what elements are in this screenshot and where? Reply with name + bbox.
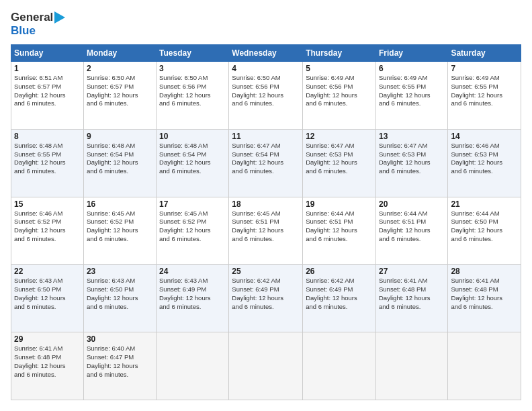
day-info: Sunrise: 6:41 AMSunset: 6:48 PMDaylight:… [379,277,431,310]
cell-week3-day4: 19 Sunrise: 6:44 AMSunset: 6:51 PMDaylig… [303,197,376,265]
cell-week3-day6: 21 Sunrise: 6:44 AMSunset: 6:50 PMDaylig… [448,197,521,265]
day-number: 27 [379,267,445,276]
header-tuesday: Tuesday [157,45,229,62]
day-number: 4 [232,64,300,73]
header-sunday: Sunday [11,45,84,62]
cell-week3-day0: 15 Sunrise: 6:46 AMSunset: 6:52 PMDaylig… [11,197,84,265]
day-info: Sunrise: 6:40 AMSunset: 6:47 PMDaylight:… [87,345,138,377]
day-info: Sunrise: 6:42 AMSunset: 6:49 PMDaylight:… [232,277,283,310]
cell-week2-day2: 10 Sunrise: 6:48 AMSunset: 6:54 PMDaylig… [157,129,229,197]
day-info: Sunrise: 6:48 AMSunset: 6:54 PMDaylight:… [159,142,211,175]
cell-week4-day6: 28 Sunrise: 6:41 AMSunset: 6:48 PMDaylig… [448,265,521,332]
day-info: Sunrise: 6:49 AMSunset: 6:56 PMDaylight:… [306,74,357,107]
day-info: Sunrise: 6:49 AMSunset: 6:55 PMDaylight:… [451,74,502,107]
cell-week1-day5: 6 Sunrise: 6:49 AMSunset: 6:55 PMDayligh… [375,62,447,130]
cell-week3-day1: 16 Sunrise: 6:45 AMSunset: 6:52 PMDaylig… [83,197,156,265]
day-info: Sunrise: 6:43 AMSunset: 6:49 PMDaylight:… [159,277,211,310]
week-row-5: 29 Sunrise: 6:41 AMSunset: 6:48 PMDaylig… [11,332,521,400]
cell-week1-day3: 4 Sunrise: 6:50 AMSunset: 6:56 PMDayligh… [229,62,303,130]
cell-week4-day1: 23 Sunrise: 6:43 AMSunset: 6:50 PMDaylig… [83,265,156,332]
day-number: 12 [306,132,373,141]
week-row-4: 22 Sunrise: 6:43 AMSunset: 6:50 PMDaylig… [11,265,521,332]
day-number: 11 [232,132,300,141]
day-info: Sunrise: 6:44 AMSunset: 6:51 PMDaylight:… [306,210,357,242]
day-info: Sunrise: 6:47 AMSunset: 6:53 PMDaylight:… [379,142,431,175]
day-number: 25 [232,267,300,276]
day-info: Sunrise: 6:44 AMSunset: 6:50 PMDaylight:… [451,210,502,242]
day-number: 17 [159,199,226,209]
day-info: Sunrise: 6:41 AMSunset: 6:48 PMDaylight:… [451,277,502,310]
day-number: 20 [379,199,445,209]
day-number: 3 [159,64,226,73]
day-info: Sunrise: 6:50 AMSunset: 6:57 PMDaylight:… [87,74,138,107]
cell-week4-day4: 26 Sunrise: 6:42 AMSunset: 6:49 PMDaylig… [303,265,376,332]
day-info: Sunrise: 6:50 AMSunset: 6:56 PMDaylight:… [159,74,211,107]
cell-week2-day3: 11 Sunrise: 6:47 AMSunset: 6:54 PMDaylig… [229,129,303,197]
week-row-2: 8 Sunrise: 6:48 AMSunset: 6:55 PMDayligh… [11,129,521,197]
day-number: 10 [159,132,226,141]
header-thursday: Thursday [303,45,376,62]
calendar-table: SundayMondayTuesdayWednesdayThursdayFrid… [11,44,521,400]
day-number: 15 [14,199,81,209]
day-number: 23 [87,267,153,276]
day-number: 8 [14,132,81,141]
day-number: 2 [87,64,153,73]
cell-week2-day5: 13 Sunrise: 6:47 AMSunset: 6:53 PMDaylig… [375,129,447,197]
day-number: 30 [87,334,153,344]
cell-week5-day2 [157,332,229,400]
cell-week4-day2: 24 Sunrise: 6:43 AMSunset: 6:49 PMDaylig… [157,265,229,332]
day-of-week-row: SundayMondayTuesdayWednesdayThursdayFrid… [11,45,521,62]
day-info: Sunrise: 6:45 AMSunset: 6:52 PMDaylight:… [159,210,211,242]
logo: General Blue [11,11,69,38]
header-wednesday: Wednesday [229,45,303,62]
day-number: 5 [306,64,373,73]
header-friday: Friday [375,45,447,62]
day-number: 19 [306,199,373,209]
cell-week1-day4: 5 Sunrise: 6:49 AMSunset: 6:56 PMDayligh… [303,62,376,130]
cell-week1-day0: 1 Sunrise: 6:51 AMSunset: 6:57 PMDayligh… [11,62,84,130]
day-info: Sunrise: 6:44 AMSunset: 6:51 PMDaylight:… [379,210,431,242]
cell-week4-day5: 27 Sunrise: 6:41 AMSunset: 6:48 PMDaylig… [375,265,447,332]
day-info: Sunrise: 6:45 AMSunset: 6:52 PMDaylight:… [87,210,138,242]
week-row-3: 15 Sunrise: 6:46 AMSunset: 6:52 PMDaylig… [11,197,521,265]
svg-marker-0 [54,11,65,24]
cell-week3-day5: 20 Sunrise: 6:44 AMSunset: 6:51 PMDaylig… [375,197,447,265]
day-info: Sunrise: 6:50 AMSunset: 6:56 PMDaylight:… [232,74,283,107]
logo-blue: Blue [11,24,36,38]
logo-general: General [11,11,53,24]
day-number: 18 [232,199,300,209]
header-monday: Monday [83,45,156,62]
day-info: Sunrise: 6:43 AMSunset: 6:50 PMDaylight:… [87,277,138,310]
day-number: 28 [451,267,518,276]
cell-week4-day3: 25 Sunrise: 6:42 AMSunset: 6:49 PMDaylig… [229,265,303,332]
cell-week1-day6: 7 Sunrise: 6:49 AMSunset: 6:55 PMDayligh… [448,62,521,130]
day-info: Sunrise: 6:41 AMSunset: 6:48 PMDaylight:… [14,345,66,377]
cell-week2-day4: 12 Sunrise: 6:47 AMSunset: 6:53 PMDaylig… [303,129,376,197]
cell-week5-day0: 29 Sunrise: 6:41 AMSunset: 6:48 PMDaylig… [11,332,84,400]
day-number: 26 [306,267,373,276]
cell-week1-day2: 3 Sunrise: 6:50 AMSunset: 6:56 PMDayligh… [157,62,229,130]
day-number: 29 [14,334,81,344]
day-info: Sunrise: 6:48 AMSunset: 6:55 PMDaylight:… [14,142,66,175]
day-number: 16 [87,199,153,209]
day-number: 21 [451,199,518,209]
cell-week5-day3 [229,332,303,400]
day-info: Sunrise: 6:49 AMSunset: 6:55 PMDaylight:… [379,74,431,107]
day-info: Sunrise: 6:43 AMSunset: 6:50 PMDaylight:… [14,277,66,310]
cell-week2-day0: 8 Sunrise: 6:48 AMSunset: 6:55 PMDayligh… [11,129,84,197]
day-info: Sunrise: 6:46 AMSunset: 6:53 PMDaylight:… [451,142,502,175]
day-number: 22 [14,267,81,276]
cell-week5-day5 [375,332,447,400]
cell-week3-day3: 18 Sunrise: 6:45 AMSunset: 6:51 PMDaylig… [229,197,303,265]
header-saturday: Saturday [448,45,521,62]
day-number: 24 [159,267,226,276]
day-number: 14 [451,132,518,141]
cell-week5-day4 [303,332,376,400]
cell-week2-day1: 9 Sunrise: 6:48 AMSunset: 6:54 PMDayligh… [83,129,156,197]
cell-week3-day2: 17 Sunrise: 6:45 AMSunset: 6:52 PMDaylig… [157,197,229,265]
week-row-1: 1 Sunrise: 6:51 AMSunset: 6:57 PMDayligh… [11,62,521,130]
cell-week2-day6: 14 Sunrise: 6:46 AMSunset: 6:53 PMDaylig… [448,129,521,197]
day-info: Sunrise: 6:46 AMSunset: 6:52 PMDaylight:… [14,210,66,242]
day-info: Sunrise: 6:42 AMSunset: 6:49 PMDaylight:… [306,277,357,310]
cell-week1-day1: 2 Sunrise: 6:50 AMSunset: 6:57 PMDayligh… [83,62,156,130]
